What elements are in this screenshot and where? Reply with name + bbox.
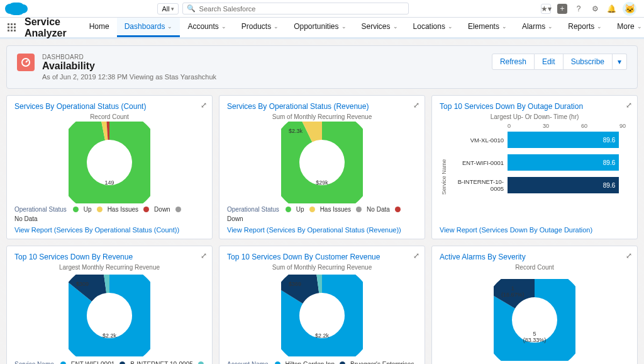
nav-item-elements[interactable]: Elements⌄: [460, 18, 514, 37]
chart-callout: $2.3k: [289, 128, 303, 134]
nav-item-locations[interactable]: Locations⌄: [406, 18, 460, 37]
bar-chart: 0306090 Service Name VM-XL-0010 89.6 ENT…: [440, 122, 630, 222]
nav-item-label: Alarms: [522, 22, 545, 31]
card-title: Top 10 Services Down By Revenue: [14, 253, 204, 261]
legend-dot: [309, 207, 315, 212]
chart-subtitle: Largest Monthly Recurring Revenue: [14, 264, 204, 271]
chart-area: $2.2k $309: [14, 272, 204, 358]
bar-track: 89.6: [508, 154, 626, 171]
edit-button[interactable]: Edit: [535, 54, 564, 70]
subscribe-button[interactable]: Subscribe: [564, 54, 613, 70]
nav-item-label: Home: [89, 22, 109, 31]
chart-subtitle: Sum of Monthly Recurring Revenue: [227, 264, 417, 271]
app-launcher-icon[interactable]: [8, 23, 16, 31]
chevron-down-icon: ⌄: [637, 23, 642, 30]
dashboard-card: ⤢ Services By Operational Status (Count)…: [6, 95, 213, 239]
bar-fill: 89.6: [508, 132, 619, 148]
chevron-down-icon: ⌄: [167, 23, 172, 30]
expand-icon[interactable]: ⤢: [413, 251, 419, 260]
add-icon[interactable]: ＋: [557, 4, 567, 14]
chart-area: 5 (83.33%) 1 (16.67%): [440, 272, 630, 364]
search-placeholder: Search Salesforce: [199, 5, 256, 13]
legend-title: Operational Status: [14, 206, 67, 213]
legend-title: Operational Status: [227, 206, 279, 213]
nav-item-products[interactable]: Products⌄: [234, 18, 286, 37]
avatar[interactable]: 🐱: [623, 2, 636, 16]
chevron-down-icon: ⌄: [448, 23, 453, 30]
dashboard-card: ⤢ Active Alarms By Severity Record Count…: [431, 246, 638, 364]
expand-icon[interactable]: ⤢: [201, 251, 207, 260]
axis-ticks: 0306090: [508, 123, 626, 129]
dashboard-icon: [17, 54, 35, 71]
nav-item-label: Elements: [468, 22, 499, 31]
view-report-link[interactable]: View Report (Services By Operational Sta…: [227, 226, 417, 234]
dashboard-card: ⤢ Services By Operational Status (Revenu…: [219, 95, 425, 239]
favorites-icon[interactable]: ★▾: [541, 4, 551, 14]
search-scope-select[interactable]: All ▾: [157, 3, 178, 14]
chevron-down-icon: ▾: [171, 6, 174, 12]
legend-dot: [60, 361, 66, 364]
legend-item: Up: [84, 206, 92, 213]
donut-chart: 149: [69, 122, 150, 203]
expand-icon[interactable]: ⤢: [626, 251, 632, 260]
chart-legend: Account NameHilton Garden InnBruegger's …: [227, 361, 417, 364]
chart-legend: Service NameENT-WIFI-0001B-INTERNET-10-0…: [14, 361, 204, 364]
view-report-link[interactable]: View Report (Services Down By Outage Dur…: [440, 226, 630, 234]
legend-item: Up: [296, 206, 304, 213]
card-title: Services By Operational Status (Revenue): [227, 102, 417, 111]
nav-item-dashboards[interactable]: Dashboards⌄: [117, 18, 180, 37]
legend-item: B-INTERNET-10-0005: [130, 361, 192, 364]
axis-tick: 60: [581, 123, 587, 129]
legend-title: Service Name: [14, 361, 54, 364]
legend-dot: [286, 207, 291, 212]
more-actions-button[interactable]: ▾: [613, 54, 627, 70]
app-nav: Service Analyzer HomeDashboards⌄Accounts…: [0, 18, 644, 39]
page-actions: Refresh Edit Subscribe ▾: [492, 54, 627, 70]
nav-item-opportunities[interactable]: Opportunities⌄: [286, 18, 353, 37]
page-header: DASHBOARD Availability As of Jun 2, 2019…: [6, 45, 638, 89]
legend-item: Down: [227, 215, 243, 222]
legend-dot: [97, 207, 103, 212]
setup-gear-icon[interactable]: ⚙: [590, 4, 600, 14]
view-report-link[interactable]: View Report (Services By Operational Sta…: [14, 226, 204, 234]
nav-item-label: Dashboards: [125, 22, 165, 31]
notification-bell-icon[interactable]: 🔔: [606, 4, 616, 14]
chart-subtitle: Record Count: [440, 264, 630, 271]
expand-icon[interactable]: ⤢: [626, 101, 632, 110]
bar-fill: 89.6: [508, 154, 619, 171]
nav-item-services[interactable]: Services⌄: [354, 18, 406, 37]
donut-chart: $29k $2.3k: [281, 122, 363, 203]
nav-item-label: Products: [242, 22, 271, 31]
page-eyebrow: DASHBOARD: [42, 54, 484, 60]
legend-dot: [143, 207, 149, 212]
legend-dot: [198, 361, 204, 364]
expand-icon[interactable]: ⤢: [201, 101, 207, 110]
chart-area: $29k $2.3k: [227, 122, 417, 203]
search-input[interactable]: 🔍 Search Salesforce: [182, 3, 409, 14]
nav-item-home[interactable]: Home: [82, 18, 117, 37]
legend-item: Hilton Garden Inn: [286, 361, 335, 364]
legend-item: No Data: [367, 206, 390, 213]
chart-legend: Operational StatusUpHas IssuesDownNo Dat…: [14, 206, 204, 222]
donut-chart: 5 (83.33%) 1 (16.67%): [494, 279, 575, 361]
chart-area: $2.2k $369: [227, 272, 417, 358]
expand-icon[interactable]: ⤢: [413, 101, 419, 110]
nav-item-accounts[interactable]: Accounts⌄: [180, 18, 233, 37]
chart-subtitle: Record Count: [14, 113, 204, 120]
chart-callout: $309: [76, 281, 89, 287]
bar-row: VM-XL-0010 89.6: [448, 132, 626, 148]
legend-dot: [175, 207, 181, 212]
nav-item-alarms[interactable]: Alarms⌄: [514, 18, 560, 37]
header-actions: ★▾ ＋ ? ⚙ 🔔 🐱: [541, 2, 636, 16]
bar-track: 89.6: [508, 132, 626, 148]
help-icon[interactable]: ?: [574, 4, 584, 14]
nav-item-reports[interactable]: Reports⌄: [560, 18, 609, 37]
bar-category: VM-XL-0010: [448, 137, 508, 144]
refresh-button[interactable]: Refresh: [492, 54, 535, 70]
bar-fill: 89.6: [508, 177, 619, 193]
legend-dot: [356, 207, 362, 212]
legend-dot: [275, 361, 280, 364]
nav-item-label: Opportunities: [294, 22, 338, 31]
nav-item-more[interactable]: More⌄: [609, 18, 644, 37]
salesforce-logo[interactable]: [8, 3, 25, 15]
